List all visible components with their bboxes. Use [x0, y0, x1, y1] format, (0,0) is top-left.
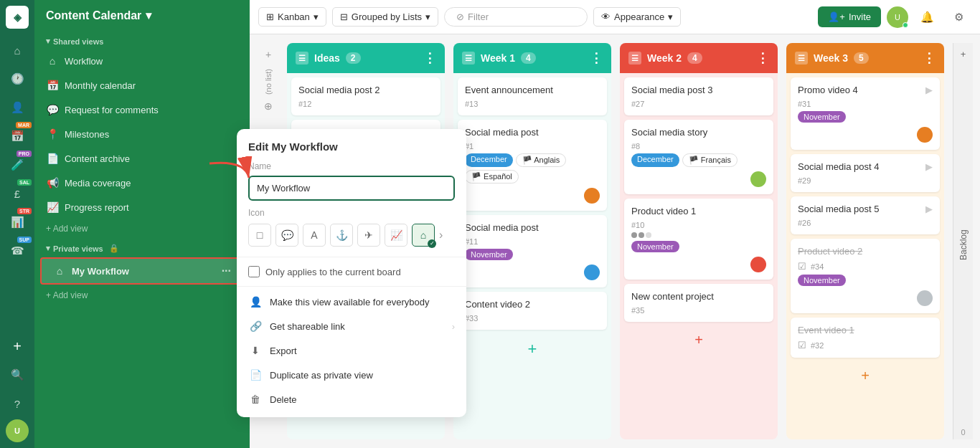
- progress-dot: [646, 232, 651, 238]
- col-square-week2: ☰: [628, 52, 641, 65]
- icon-btn-home[interactable]: ⌂: [412, 224, 435, 247]
- card-title: Product video 1: [631, 206, 766, 216]
- card-new-content-project[interactable]: New content project #35: [624, 284, 773, 322]
- card-social-media-post-11[interactable]: Social media post #11 November: [458, 215, 607, 287]
- kanban-btn[interactable]: ⊞ Kanban ▾: [258, 7, 326, 27]
- card-id: #1: [465, 142, 600, 151]
- icon-btn-square[interactable]: □: [248, 224, 271, 247]
- tag-november: November: [631, 241, 679, 252]
- workflow-label: Workflow: [65, 56, 103, 67]
- filter-bar[interactable]: ⊘ Filter: [444, 7, 588, 27]
- side-gear-icon[interactable]: ⊕: [261, 97, 275, 115]
- settings-icon[interactable]: ⚙: [946, 4, 971, 30]
- sidebar-item-request-comments[interactable]: 💬 Request for comments ···: [34, 97, 250, 122]
- sidebar-item-progress-report[interactable]: 📈 Progress report ···: [34, 195, 250, 219]
- col-menu-week3[interactable]: ⋮: [923, 50, 936, 66]
- card-social-media-post-4[interactable]: Social media post 4 #29 ▶: [791, 154, 940, 192]
- col-menu-week2[interactable]: ⋮: [756, 50, 769, 66]
- link-arrow-icon: ›: [452, 321, 455, 332]
- card-social-media-story[interactable]: Social media story #8 December 🏴 Françai…: [624, 120, 773, 194]
- people-rail-icon[interactable]: 👤: [4, 95, 30, 120]
- help-rail-icon[interactable]: ?: [4, 391, 30, 416]
- chart-rail-icon[interactable]: 📊 STR: [4, 209, 30, 235]
- user-avatar-rail[interactable]: U: [6, 419, 29, 442]
- backlog-add-btn[interactable]: +: [955, 43, 972, 65]
- tag-francais: 🏴 Français: [682, 153, 738, 167]
- workflow-icon: ⌂: [46, 55, 59, 67]
- icon-btn-chart[interactable]: 📈: [385, 224, 407, 247]
- card-social-media-post-2-12[interactable]: Social media post 2 #12: [291, 77, 440, 115]
- search-rail-icon[interactable]: 🔍: [4, 362, 30, 388]
- col-header-week1: ☰ Week 1 4 ⋮: [453, 43, 611, 73]
- card-title: New content project: [631, 291, 766, 302]
- grouped-btn[interactable]: ⊟ Grouped by Lists ▾: [332, 7, 438, 27]
- sidebar-item-content-archive[interactable]: 📄 Content archive ···: [34, 146, 250, 171]
- add-card-week2-btn[interactable]: +: [624, 326, 773, 354]
- appearance-btn[interactable]: 👁 Appearance ▾: [593, 7, 681, 27]
- sidebar-item-monthly-calendar[interactable]: 📅 Monthly calendar ···: [34, 73, 250, 97]
- phone-rail-icon[interactable]: ☎ SUP: [4, 238, 30, 264]
- home-rail-icon[interactable]: ⌂: [4, 37, 30, 63]
- card-social-media-post-1[interactable]: Social media post #1 December 🏴 Anglais …: [458, 120, 607, 211]
- card-event-announcement[interactable]: Event announcement #13: [458, 77, 607, 115]
- backlog-number: 0: [958, 425, 968, 439]
- icon-btn-chat[interactable]: 💬: [275, 224, 298, 247]
- card-event-video-1[interactable]: Event video 1 ☑ #32: [791, 318, 940, 358]
- col-menu-week1[interactable]: ⋮: [590, 50, 603, 66]
- col-title-ideas: Ideas: [314, 52, 340, 64]
- sidebar-title[interactable]: Content Calendar ▾: [34, 0, 250, 31]
- grouped-label: Grouped by Lists: [352, 11, 422, 22]
- col-count-ideas: 2: [346, 52, 361, 64]
- plus-rail-icon[interactable]: +: [4, 333, 30, 359]
- menu-action-shareable-link[interactable]: 🔗 Get shareable link ›: [237, 314, 466, 338]
- card-product-video-2[interactable]: Product video 2 ☑ #34 November: [791, 239, 940, 313]
- icon-btn-text[interactable]: A: [303, 224, 326, 247]
- my-workflow-dots[interactable]: ···: [222, 264, 231, 277]
- card-social-media-post-3[interactable]: Social media post 3 #27: [624, 77, 773, 115]
- sidebar-item-milestones[interactable]: 📍 Milestones ···: [34, 122, 250, 146]
- current-board-checkbox[interactable]: [248, 266, 260, 277]
- card-title: Social media post: [465, 222, 600, 233]
- clock-rail-icon[interactable]: 🕐: [4, 66, 30, 92]
- sidebar-item-workflow[interactable]: ⌂ Workflow ···: [34, 49, 250, 73]
- card-id: #33: [465, 314, 600, 323]
- add-card-week3-btn[interactable]: +: [791, 362, 940, 390]
- notification-icon[interactable]: 🔔: [914, 4, 940, 30]
- online-indicator: [903, 22, 908, 28]
- card-product-video-1[interactable]: Product video 1 #10 November: [624, 199, 773, 280]
- request-comments-icon: 💬: [46, 104, 59, 115]
- lab-rail-icon[interactable]: 🧪 PRO: [4, 152, 30, 178]
- menu-action-export[interactable]: ⬇ Export: [237, 338, 466, 363]
- icon-arrow-right[interactable]: ›: [439, 229, 443, 242]
- menu-action-delete[interactable]: 🗑 Delete: [237, 387, 466, 411]
- icon-btn-plane[interactable]: ✈: [357, 224, 380, 247]
- add-shared-view-btn[interactable]: + Add view: [34, 219, 250, 238]
- invite-label: Invite: [849, 11, 871, 22]
- card-title: Event announcement: [465, 85, 600, 95]
- side-plus-icon[interactable]: +: [263, 46, 274, 63]
- app-logo[interactable]: ◈: [6, 6, 29, 29]
- card-promo-video-4[interactable]: Promo video 4 #31 ▶ November: [791, 77, 940, 150]
- add-private-view-btn[interactable]: + Add view: [34, 286, 250, 305]
- calendar-rail-icon[interactable]: 📅 MAR: [4, 123, 30, 149]
- progress-report-label: Progress report: [65, 202, 129, 213]
- currency-rail-icon[interactable]: £ SAL: [4, 181, 30, 206]
- menu-name-input[interactable]: [248, 176, 455, 201]
- card-social-media-post-5[interactable]: Social media post 5 #26 ▶: [791, 196, 940, 234]
- sidebar-item-media-coverage[interactable]: 📢 Media coverage ···: [34, 171, 250, 195]
- invite-btn[interactable]: 👤+ Invite: [818, 6, 881, 27]
- icon-btn-anchor[interactable]: ⚓: [330, 224, 353, 247]
- kanban-col-week1: ☰ Week 1 4 ⋮ Event announcement #13 Soci…: [453, 43, 611, 439]
- duplicate-label: Duplicate as private view: [270, 370, 373, 381]
- card-id: #12: [298, 100, 433, 108]
- user-avatar-toolbar[interactable]: U: [887, 6, 908, 28]
- add-card-week1-btn[interactable]: +: [458, 334, 607, 364]
- col-menu-ideas[interactable]: ⋮: [423, 50, 436, 66]
- menu-action-duplicate[interactable]: 📄 Duplicate as private view: [237, 363, 466, 387]
- card-id: #32: [811, 341, 824, 350]
- card-content-video-2[interactable]: Content video 2 #33: [458, 292, 607, 330]
- media-coverage-icon: 📢: [46, 177, 59, 189]
- menu-action-share[interactable]: 👤 Make this view available for everybody: [237, 290, 466, 314]
- kanban-col-week2: ☰ Week 2 4 ⋮ Social media post 3 #27 Soc…: [620, 43, 778, 439]
- sidebar-item-my-workflow[interactable]: ⌂ My Workflow ···: [40, 257, 244, 285]
